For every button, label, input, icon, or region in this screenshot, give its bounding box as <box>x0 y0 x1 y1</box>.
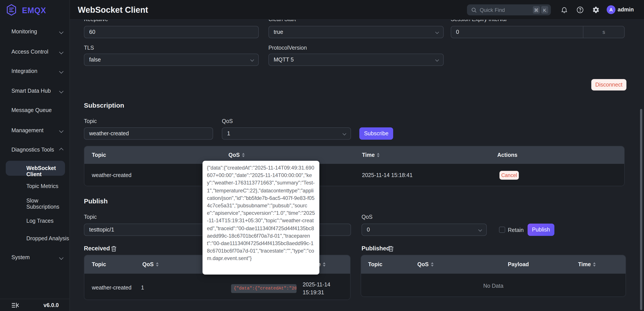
received-heading: Received <box>84 245 110 252</box>
sidebar-item-management[interactable]: Management <box>0 126 70 135</box>
subscription-topic-input[interactable]: weather-created <box>84 128 213 140</box>
sort-carets-icon[interactable] <box>377 153 380 157</box>
col-header-time[interactable]: Time <box>362 146 380 164</box>
sidebar-item-websocket-client[interactable]: WebSocket Client <box>6 161 65 176</box>
col-header-topic: Topic <box>368 255 382 274</box>
col-header-payload: Payload <box>508 255 529 274</box>
subscription-heading: Subscription <box>84 102 124 109</box>
user-avatar[interactable]: A <box>607 5 616 14</box>
chevron-down-icon <box>59 89 64 93</box>
emqx-dashboard: Keepalive Clean Start Session Expiry Int… <box>0 0 644 311</box>
published-heading: Published <box>362 245 390 252</box>
sidebar-item-diagnostics-tools[interactable]: Diagnostics Tools <box>0 145 70 154</box>
settings-gear-icon[interactable] <box>592 6 600 14</box>
sidebar-item-topic-metrics[interactable]: Topic Metrics <box>0 182 70 191</box>
subscription-qos-label: QoS <box>222 118 233 124</box>
payload-tooltip-text: {"data":{"createdAt":"2025-11-14T09:49:3… <box>207 165 315 262</box>
protocol-version-label: ProtocolVersion <box>268 45 307 51</box>
subscription-table-row: weather-created 2025-11-14 15:18:41 Canc… <box>84 164 624 186</box>
k-key-badge: K <box>541 6 548 14</box>
top-header-bar: WebSocket Client Quick Find ⌘ K <box>70 0 644 20</box>
subscribe-button[interactable]: Subscribe <box>359 128 393 140</box>
publish-heading: Publish <box>84 197 108 205</box>
brand-name[interactable]: EMQX <box>22 6 46 15</box>
published-table-empty: No Data <box>361 274 626 297</box>
received-row-topic: weather-created <box>92 285 132 291</box>
sidebar: EMQX Monitoring Access Control Integrati… <box>0 0 70 311</box>
vertical-scrollbar[interactable] <box>640 109 642 310</box>
sort-carets-icon[interactable] <box>323 262 326 267</box>
publish-button[interactable]: Publish <box>528 224 554 236</box>
publish-qos-select[interactable]: 0 <box>362 224 487 236</box>
chevron-down-icon <box>59 128 64 133</box>
content-area: Keepalive Clean Start Session Expiry Int… <box>70 0 644 311</box>
subscription-table: Topic QoS Time Actions weather-created 2… <box>84 146 625 186</box>
chevron-down-icon <box>343 132 346 136</box>
protocol-version-value: MQTT 5 <box>274 57 294 63</box>
page-title: WebSocket Client <box>78 5 148 15</box>
subscription-topic-label: Topic <box>84 118 97 124</box>
chevron-down-icon <box>59 255 64 260</box>
sort-carets-icon[interactable] <box>593 262 596 267</box>
chevron-down-icon <box>59 50 64 54</box>
keepalive-input[interactable]: 60 <box>84 26 259 38</box>
publish-topic-input[interactable]: testtopic/1 <box>84 224 213 236</box>
notifications-bell-icon[interactable] <box>560 6 568 14</box>
clean-start-select[interactable]: true <box>268 26 444 38</box>
clear-published-trash-icon[interactable] <box>388 246 394 252</box>
search-icon <box>471 7 477 12</box>
col-header-topic: Topic <box>92 255 106 274</box>
sort-carets-icon[interactable] <box>242 153 244 157</box>
publish-qos-value: 0 <box>367 227 370 233</box>
chevron-up-icon <box>59 148 64 152</box>
publish-topic-value: testtopic/1 <box>89 227 114 233</box>
subscription-table-header: Topic QoS Time Actions <box>84 146 624 164</box>
sidebar-item-integration[interactable]: Integration <box>0 66 70 76</box>
col-header-qos[interactable]: QoS <box>142 255 158 274</box>
tls-select[interactable]: false <box>84 54 259 66</box>
published-table-header: Topic QoS Payload Time <box>361 255 626 274</box>
published-table: Topic QoS Payload Time No Data <box>361 255 626 297</box>
subscription-topic-value: weather-created <box>89 130 129 136</box>
cancel-subscription-button[interactable]: Cancel <box>500 171 519 180</box>
session-expiry-unit: s <box>583 26 624 38</box>
sidebar-item-message-queue[interactable]: Message Queue <box>0 106 70 115</box>
subscription-row-topic: weather-created <box>92 172 132 178</box>
sidebar-item-slow-subscriptions[interactable]: Slow Subscriptions <box>0 200 70 208</box>
received-row-qos: 1 <box>141 285 144 291</box>
publish-topic-label: Topic <box>84 214 97 220</box>
disconnect-button[interactable]: Disconnect <box>591 79 626 90</box>
clear-received-trash-icon[interactable] <box>111 246 117 252</box>
clean-start-value: true <box>274 29 283 35</box>
sidebar-item-system[interactable]: System <box>0 252 70 262</box>
sidebar-item-log-traces[interactable]: Log Traces <box>0 216 70 225</box>
collapse-sidebar-icon[interactable] <box>12 302 19 310</box>
sidebar-item-smart-data-hub[interactable]: Smart Data Hub <box>0 86 70 96</box>
protocol-version-select[interactable]: MQTT 5 <box>268 54 444 66</box>
col-header-actions: Actions <box>497 146 518 164</box>
sort-carets-icon[interactable] <box>156 262 158 267</box>
quick-find-search[interactable]: Quick Find ⌘ K <box>467 4 551 15</box>
sidebar-item-dropped-analysis[interactable]: Dropped Analysis <box>0 234 70 243</box>
subscription-qos-select[interactable]: 1 <box>222 128 351 140</box>
col-header-qos[interactable]: QoS <box>417 255 433 274</box>
publish-qos-label: QoS <box>362 214 372 220</box>
sidebar-item-access-control[interactable]: Access Control <box>0 47 70 57</box>
search-placeholder: Quick Find <box>480 7 531 13</box>
tls-value: false <box>89 57 101 63</box>
session-expiry-input[interactable]: 0 s <box>451 26 625 38</box>
sidebar-item-monitoring[interactable]: Monitoring <box>0 27 70 36</box>
payload-tooltip: {"data":{"createdAt":"2025-11-14T09:49:3… <box>202 161 319 274</box>
tooltip-arrow <box>255 272 262 274</box>
username-label: admin <box>618 6 634 13</box>
sidebar-footer: v6.0.0 <box>0 299 70 311</box>
received-row-time: 2025-11-14 15:19:31 <box>303 281 330 296</box>
help-icon[interactable] <box>576 6 584 14</box>
chevron-down-icon <box>435 58 439 62</box>
received-row-payload-chip[interactable]: {"data":{"createdAt":"202 <box>231 284 296 293</box>
emqx-logo-icon <box>6 4 17 16</box>
retain-checkbox[interactable] <box>499 227 505 233</box>
col-header-time[interactable]: Time <box>578 255 596 274</box>
chevron-down-icon <box>478 228 482 232</box>
sort-carets-icon[interactable] <box>431 262 433 267</box>
